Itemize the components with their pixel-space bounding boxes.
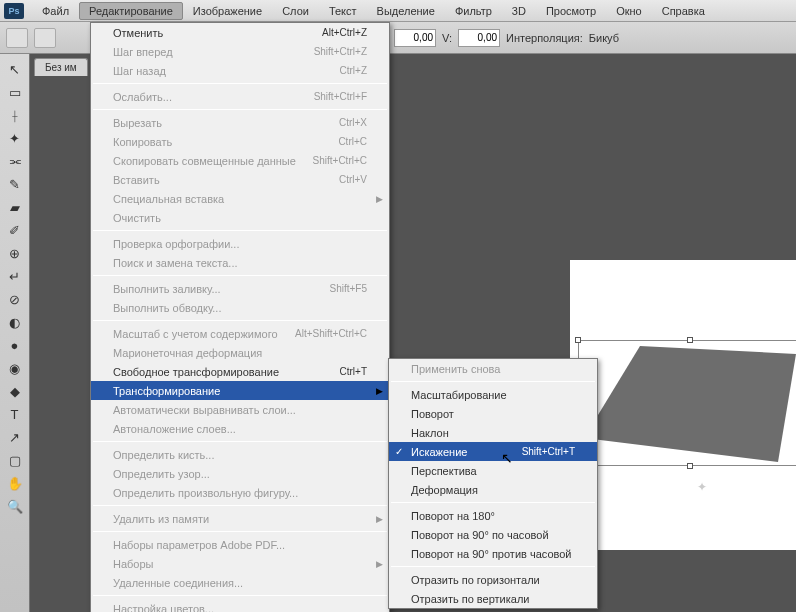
tool-14[interactable]: ◆ <box>3 380 27 402</box>
separator <box>93 109 387 110</box>
handle-bc[interactable] <box>687 463 693 469</box>
tool-18[interactable]: ✋ <box>3 472 27 494</box>
interp-value[interactable]: Бикуб <box>589 32 619 44</box>
menu-слои[interactable]: Слои <box>272 2 319 20</box>
tool-1[interactable]: ▭ <box>3 81 27 103</box>
menu-item[interactable]: Поворот на 90° против часовой <box>389 544 597 563</box>
menu-item-label: Масштаб с учетом содержимого <box>113 328 295 340</box>
menu-item-label: Очистить <box>113 212 367 224</box>
separator <box>93 441 387 442</box>
center-point-icon[interactable]: ✦ <box>697 480 707 494</box>
anchor-icon[interactable] <box>34 28 56 48</box>
menu-item-label: Шаг назад <box>113 65 340 77</box>
menu-item: Удалить из памяти▶ <box>91 509 389 528</box>
v-input[interactable] <box>458 29 500 47</box>
check-icon: ✓ <box>395 446 403 457</box>
menu-item-label: Трансформирование <box>113 385 367 397</box>
menu-item-label: Применить снова <box>411 363 575 375</box>
menu-item: Масштаб с учетом содержимогоAlt+Shift+Ct… <box>91 324 389 343</box>
menu-item: Наборы параметров Adobe PDF... <box>91 535 389 554</box>
menu-item-shortcut: Alt+Ctrl+Z <box>322 27 367 38</box>
menu-item-shortcut: Shift+Ctrl+F <box>314 91 367 102</box>
menu-item-label: Ослабить... <box>113 91 314 103</box>
menu-item[interactable]: Масштабирование <box>389 385 597 404</box>
tool-19[interactable]: 🔍 <box>3 495 27 517</box>
tool-2[interactable]: ⟊ <box>3 104 27 126</box>
menu-item: Автоматически выравнивать слои... <box>91 400 389 419</box>
tool-7[interactable]: ✐ <box>3 219 27 241</box>
tool-16[interactable]: ↗ <box>3 426 27 448</box>
tool-preset-icon[interactable] <box>6 28 28 48</box>
menu-item: Определить узор... <box>91 464 389 483</box>
tool-5[interactable]: ✎ <box>3 173 27 195</box>
menu-просмотр[interactable]: Просмотр <box>536 2 606 20</box>
menu-item-label: Автоналожение слоев... <box>113 423 367 435</box>
tool-0[interactable]: ↖ <box>3 58 27 80</box>
menu-item-shortcut: Shift+F5 <box>329 283 367 294</box>
menu-item-label: Копировать <box>113 136 338 148</box>
tool-10[interactable]: ⊘ <box>3 288 27 310</box>
tool-9[interactable]: ↵ <box>3 265 27 287</box>
menu-item: Автоналожение слоев... <box>91 419 389 438</box>
tool-6[interactable]: ▰ <box>3 196 27 218</box>
submenu-arrow-icon: ▶ <box>376 514 383 524</box>
menu-item-label: Деформация <box>411 484 575 496</box>
menu-окно[interactable]: Окно <box>606 2 652 20</box>
handle-tl[interactable] <box>575 337 581 343</box>
tool-11[interactable]: ◐ <box>3 311 27 333</box>
menu-item-label: Искажение <box>411 446 522 458</box>
handle-tc[interactable] <box>687 337 693 343</box>
separator <box>391 502 595 503</box>
menu-item: ВырезатьCtrl+X <box>91 113 389 132</box>
g-input[interactable] <box>394 29 436 47</box>
menu-bar: Ps ФайлРедактированиеИзображениеСлоиТекс… <box>0 0 796 22</box>
menu-item[interactable]: Деформация <box>389 480 597 499</box>
menu-item[interactable]: Перспектива <box>389 461 597 480</box>
tool-13[interactable]: ◉ <box>3 357 27 379</box>
tool-8[interactable]: ⊕ <box>3 242 27 264</box>
menu-item-label: Отменить <box>113 27 322 39</box>
menu-item[interactable]: Поворот на 180° <box>389 506 597 525</box>
menu-item-label: Определить кисть... <box>113 449 367 461</box>
menu-item[interactable]: Свободное трансформированиеCtrl+T <box>91 362 389 381</box>
menu-item-shortcut: Shift+Ctrl+Z <box>314 46 367 57</box>
menu-item-label: Перспектива <box>411 465 575 477</box>
menu-3d[interactable]: 3D <box>502 2 536 20</box>
menu-item-label: Определить произвольную фигуру... <box>113 487 367 499</box>
canvas[interactable]: ✦ <box>570 260 796 550</box>
menu-item: Ослабить...Shift+Ctrl+F <box>91 87 389 106</box>
menu-item-label: Поиск и замена текста... <box>113 257 367 269</box>
tool-15[interactable]: T <box>3 403 27 425</box>
menu-выделение[interactable]: Выделение <box>367 2 445 20</box>
menu-item: КопироватьCtrl+C <box>91 132 389 151</box>
menu-изображение[interactable]: Изображение <box>183 2 272 20</box>
menu-файл[interactable]: Файл <box>32 2 79 20</box>
menu-item-label: Поворот на 90° против часовой <box>411 548 575 560</box>
v-label: V: <box>442 32 452 44</box>
menu-item[interactable]: Трансформирование▶ <box>91 381 389 400</box>
tool-17[interactable]: ▢ <box>3 449 27 471</box>
menu-item-label: Шаг вперед <box>113 46 314 58</box>
menu-item[interactable]: Отразить по горизонтали <box>389 570 597 589</box>
menu-item: Шаг назадCtrl+Z <box>91 61 389 80</box>
menu-фильтр[interactable]: Фильтр <box>445 2 502 20</box>
menu-item[interactable]: Отразить по вертикали <box>389 589 597 608</box>
menu-справка[interactable]: Справка <box>652 2 715 20</box>
menu-item[interactable]: ✓ИскажениеShift+Ctrl+T <box>389 442 597 461</box>
menu-item[interactable]: Поворот <box>389 404 597 423</box>
interp-label: Интерполяция: <box>506 32 583 44</box>
menu-item[interactable]: Наклон <box>389 423 597 442</box>
tool-4[interactable]: ⫘ <box>3 150 27 172</box>
menu-item[interactable]: Поворот на 90° по часовой <box>389 525 597 544</box>
menu-item-label: Удаленные соединения... <box>113 577 367 589</box>
menu-item-label: Проверка орфографии... <box>113 238 367 250</box>
menu-редактирование[interactable]: Редактирование <box>79 2 183 20</box>
menu-item-label: Свободное трансформирование <box>113 366 340 378</box>
menu-item[interactable]: ОтменитьAlt+Ctrl+Z <box>91 23 389 42</box>
menu-текст[interactable]: Текст <box>319 2 367 20</box>
menu-item-label: Наборы <box>113 558 367 570</box>
transform-bbox[interactable]: ✦ <box>578 340 796 466</box>
tool-12[interactable]: ● <box>3 334 27 356</box>
tool-3[interactable]: ✦ <box>3 127 27 149</box>
menu-item-label: Настройка цветов... <box>113 603 367 613</box>
